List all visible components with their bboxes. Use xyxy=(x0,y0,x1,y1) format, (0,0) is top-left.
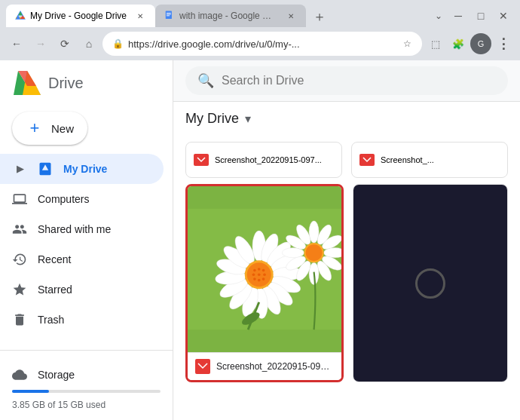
tab1-close[interactable]: ✕ xyxy=(134,10,146,22)
file-card-dark[interactable]: Screenshot_2 xyxy=(353,184,508,382)
tab2-title: with image - Google Docs xyxy=(179,11,277,21)
my-drive-label: My Drive xyxy=(63,163,107,175)
svg-point-59 xyxy=(306,244,323,261)
storage-text: 3.85 GB of 15 GB used xyxy=(12,400,106,410)
menu-button[interactable]: ⋮ xyxy=(493,33,514,54)
svg-point-40 xyxy=(252,273,255,276)
main-title-arrow[interactable]: ▾ xyxy=(245,112,251,126)
window-expand-icon: ⌄ xyxy=(431,8,446,23)
url-text: https://drive.google.com/drive/u/0/my-..… xyxy=(128,38,396,50)
main-title-text: My Drive xyxy=(185,111,239,127)
trash-icon xyxy=(12,312,27,327)
sidebar-item-recent[interactable]: Recent xyxy=(0,244,164,274)
window-maximize-button[interactable]: □ xyxy=(470,8,491,24)
new-button-label: New xyxy=(51,122,74,135)
starred-label: Starred xyxy=(38,284,72,296)
dark-preview xyxy=(353,185,507,382)
my-drive-icon xyxy=(38,161,53,176)
dark-circle xyxy=(415,268,445,299)
sidebar-nav: ▶ My Drive Computers Shared with me xyxy=(0,151,173,350)
search-bar[interactable]: 🔍 xyxy=(185,66,508,95)
drive-favicon xyxy=(15,11,26,21)
tab-add-button[interactable]: ＋ xyxy=(309,6,330,27)
computers-icon xyxy=(12,192,27,207)
svg-point-43 xyxy=(253,277,256,281)
svg-rect-7 xyxy=(167,13,171,14)
browser-frame: My Drive - Google Drive ✕ with image - G… xyxy=(0,0,520,60)
app-layout: Drive + New ▶ My Drive Computers xyxy=(0,60,520,420)
sidebar-item-shared[interactable]: Shared with me xyxy=(0,214,164,244)
svg-point-41 xyxy=(258,273,261,276)
partial-file-name-2: Screenshot_... xyxy=(381,155,434,164)
window-minimize-button[interactable]: ─ xyxy=(448,8,469,24)
drive-logo: Drive xyxy=(0,60,173,106)
trash-label: Trash xyxy=(38,314,64,326)
search-icon: 🔍 xyxy=(197,72,214,89)
sidebar-item-trash[interactable]: Trash xyxy=(0,305,164,335)
tab1-title: My Drive - Google Drive xyxy=(30,11,127,21)
new-button[interactable]: + New xyxy=(12,112,87,145)
drive-logo-text: Drive xyxy=(48,75,84,92)
url-bar[interactable]: 🔒 https://drive.google.com/drive/u/0/my-… xyxy=(102,32,422,56)
shared-label: Shared with me xyxy=(38,223,111,235)
daisy-card-footer: Screenshot_20220915-093725_One... xyxy=(188,352,341,380)
search-input[interactable] xyxy=(222,74,496,87)
sidebar-item-starred[interactable]: Starred xyxy=(0,274,164,305)
docs-favicon xyxy=(164,11,175,21)
svg-point-37 xyxy=(253,269,256,272)
user-avatar[interactable]: G xyxy=(470,33,491,54)
reload-button[interactable]: ⟳ xyxy=(54,33,75,54)
file-grid: Screenshot_20220915-097... Screenshot_..… xyxy=(173,136,520,420)
daisy-file-icon xyxy=(195,359,210,374)
daisy-file-name: Screenshot_20220915-093725_One... xyxy=(216,361,334,372)
partial-card-1[interactable]: Screenshot_20220915-097... xyxy=(185,142,342,178)
dark-card-footer: Screenshot_2 xyxy=(353,382,507,382)
extensions-icon[interactable]: 🧩 xyxy=(448,33,469,54)
svg-point-44 xyxy=(258,279,261,282)
starred-icon xyxy=(12,282,27,297)
partial-card-2-content: Screenshot_... xyxy=(352,149,507,170)
partial-file-icon-2 xyxy=(359,154,375,166)
svg-rect-6 xyxy=(166,11,172,19)
home-button[interactable]: ⌂ xyxy=(78,33,99,54)
tab-docs[interactable]: with image - Google Docs ✕ xyxy=(155,5,306,27)
tab-my-drive[interactable]: My Drive - Google Drive ✕ xyxy=(6,5,155,27)
search-row: 🔍 xyxy=(173,60,520,102)
file-card-daisy[interactable]: Screenshot_20220915-093725_One... xyxy=(185,184,344,382)
svg-rect-61 xyxy=(195,359,210,374)
computers-label: Computers xyxy=(38,193,89,205)
forward-button[interactable]: → xyxy=(30,33,51,54)
tab-bar: My Drive - Google Drive ✕ with image - G… xyxy=(0,0,520,27)
main-top: 🔍 My Drive ▾ xyxy=(173,60,520,136)
storage-icon xyxy=(12,367,27,382)
cast-icon[interactable]: ⬚ xyxy=(425,33,446,54)
storage-label: Storage xyxy=(38,369,75,381)
svg-rect-15 xyxy=(196,155,206,164)
main-header: My Drive ▾ xyxy=(173,102,520,136)
main-content: 🔍 My Drive ▾ Screenshot_20220915-097... xyxy=(173,60,520,420)
lock-icon: 🔒 xyxy=(112,38,124,50)
main-cards-row: Screenshot_20220915-093725_One... Screen… xyxy=(185,184,508,382)
partial-cards-row: Screenshot_20220915-097... Screenshot_..… xyxy=(185,142,508,178)
storage-nav-item[interactable]: Storage xyxy=(12,360,161,390)
partial-card-1-content: Screenshot_20220915-097... xyxy=(186,149,341,170)
sidebar: Drive + New ▶ My Drive Computers xyxy=(0,60,173,420)
window-close-button[interactable]: ✕ xyxy=(493,8,514,24)
shared-icon xyxy=(12,222,27,237)
svg-rect-9 xyxy=(167,15,170,16)
svg-point-38 xyxy=(258,268,261,271)
recent-icon xyxy=(12,252,27,267)
storage-bar-fill xyxy=(12,390,49,393)
back-button[interactable]: ← xyxy=(6,33,27,54)
storage-bar-container xyxy=(12,390,161,393)
expand-icon: ▶ xyxy=(12,161,27,176)
sidebar-item-computers[interactable]: Computers xyxy=(0,184,164,214)
sidebar-item-my-drive[interactable]: ▶ My Drive xyxy=(0,154,164,184)
partial-card-2[interactable]: Screenshot_... xyxy=(351,142,508,178)
tab2-close[interactable]: ✕ xyxy=(285,10,297,22)
svg-point-42 xyxy=(263,273,266,276)
daisy-preview xyxy=(188,186,341,352)
partial-file-icon-1 xyxy=(194,154,209,166)
star-bookmark-icon[interactable]: ☆ xyxy=(401,38,413,50)
svg-point-39 xyxy=(262,269,265,272)
